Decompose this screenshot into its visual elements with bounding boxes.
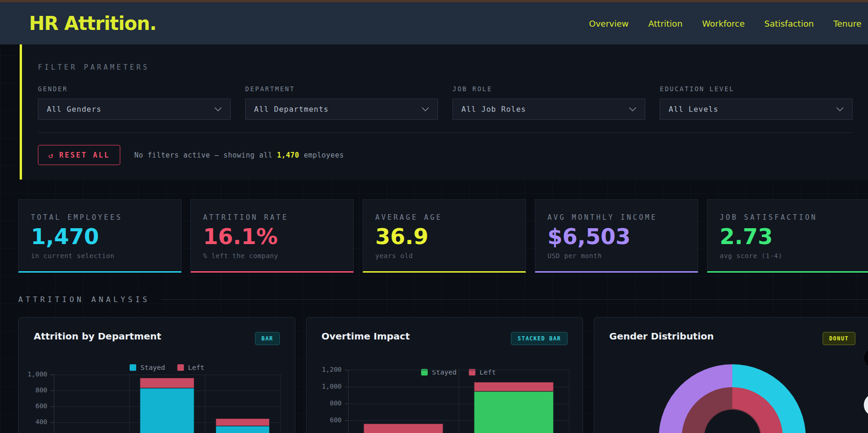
job-role-select[interactable]: All Job Roles [452, 99, 645, 120]
filter-panel-title: FILTER PARAMETERS [38, 63, 853, 72]
kpi-label: TOTAL EMPLOYEES [31, 213, 169, 222]
y-axis-tick-label: 600 [306, 416, 342, 424]
hr-attrition-dashboard: HR Attrition. Overview Attrition Workfor… [0, 0, 868, 433]
reset-all-button[interactable]: ↺ RESET ALL [38, 145, 120, 165]
chart-type-badge: STACKED BAR [511, 332, 568, 345]
gender-select-value: All Genders [47, 105, 102, 114]
y-axis-tick-label: 400 [19, 418, 47, 426]
filter-divider [38, 132, 853, 133]
kpi-card-attrition-rate: ATTRITION RATE 16.1% % left the company [190, 199, 354, 273]
nav-item-overview[interactable]: Overview [589, 19, 629, 29]
chart-type-badge: BAR [255, 332, 280, 345]
legend-label: Stayed [140, 364, 165, 371]
kpi-subtitle: % left the company [203, 252, 341, 260]
chart-title: Attrition by Department [34, 331, 161, 342]
filter-panel: FILTER PARAMETERS GENDER All Genders DEP… [20, 44, 868, 180]
legend-label: Left [188, 364, 204, 371]
department-select[interactable]: All Departments [245, 99, 438, 120]
y-axis-tick-label: 1,200 [306, 366, 342, 373]
legend-item: Left [177, 364, 204, 371]
legend-swatch [130, 364, 136, 371]
section-divider-line [161, 299, 868, 300]
filter-field-education: EDUCATION LEVEL All Levels [660, 85, 853, 120]
kpi-label: AVG MONTHLY INCOME [547, 213, 686, 222]
gender-select[interactable]: All Genders [38, 99, 231, 120]
chart-legend: StayedLeft [54, 364, 280, 371]
kpi-subtitle: years old [375, 252, 513, 260]
nav-item-tenure[interactable]: Tenure [833, 19, 861, 29]
employee-count: 1,470 [277, 151, 299, 159]
department-select-value: All Departments [254, 105, 329, 114]
filter-status-text: No filters active — showing all 1,470 em… [134, 151, 344, 159]
chevron-down-icon [836, 107, 844, 111]
charts-row: Attrition by Department BAR StayedLeft1,… [18, 317, 868, 433]
kpi-row: TOTAL EMPLOYEES 1,470 in current selecti… [18, 199, 868, 273]
kpi-label: ATTRITION RATE [203, 213, 341, 222]
kpi-subtitle: in current selection [31, 252, 169, 260]
education-level-select[interactable]: All Levels [660, 99, 853, 120]
reset-icon: ↺ [48, 151, 54, 160]
filter-field-job-role: JOB ROLE All Job Roles [452, 85, 645, 120]
job-role-label: JOB ROLE [452, 85, 645, 93]
y-axis-tick-label: 600 [19, 402, 47, 410]
kpi-value: 36.9 [375, 225, 513, 248]
kpi-value: 1,470 [31, 225, 169, 248]
y-axis-tick-label: 1,000 [19, 370, 47, 378]
nav-item-attrition[interactable]: Attrition [649, 19, 683, 29]
kpi-label: AVERAGE AGE [375, 213, 513, 222]
chart-gender-distribution: Gender Distribution DONUT [594, 317, 868, 433]
education-level-label: EDUCATION LEVEL [660, 85, 853, 93]
chart-title: Overtime Impact [321, 331, 410, 342]
kpi-subtitle: avg score (1-4) [720, 252, 858, 260]
filter-field-department: DEPARTMENT All Departments [245, 85, 438, 120]
filter-actions: ↺ RESET ALL No filters active — showing … [38, 145, 853, 165]
y-axis-tick-label: 800 [19, 386, 47, 394]
y-axis-tick-label: 800 [306, 399, 342, 407]
attrition-analysis-section-header: ATTRITION ANALYSIS [18, 295, 868, 304]
education-level-select-value: All Levels [669, 105, 718, 114]
chevron-down-icon [629, 107, 636, 111]
department-label: DEPARTMENT [245, 85, 438, 93]
nav-item-workforce[interactable]: Workforce [702, 19, 745, 29]
chart-type-badge: DONUT [823, 332, 855, 345]
reset-all-label: RESET ALL [59, 151, 109, 159]
kpi-value: 2.73 [720, 225, 858, 248]
chart-attrition-by-department: Attrition by Department BAR StayedLeft1,… [18, 317, 295, 433]
kpi-card-total-employees: TOTAL EMPLOYEES 1,470 in current selecti… [18, 199, 182, 273]
filter-fields: GENDER All Genders DEPARTMENT All Depart… [38, 85, 853, 120]
kpi-card-avg-monthly-income: AVG MONTHLY INCOME $6,503 USD per month [535, 199, 698, 273]
chevron-down-icon [214, 107, 222, 111]
legend-item: Stayed [130, 364, 165, 371]
legend-swatch [177, 364, 184, 371]
main-nav: Overview Attrition Workforce Satisfactio… [589, 19, 861, 29]
chevron-down-icon [422, 107, 429, 111]
kpi-card-job-satisfaction: JOB SATISFACTION 2.73 avg score (1-4) [707, 199, 868, 273]
filter-field-gender: GENDER All Genders [38, 85, 231, 120]
app-header: HR Attrition. Overview Attrition Workfor… [0, 2, 868, 44]
y-axis-tick-label: 1,000 [306, 382, 342, 390]
kpi-subtitle: USD per month [547, 252, 686, 260]
nav-item-satisfaction[interactable]: Satisfaction [764, 19, 814, 29]
kpi-value: $6,503 [547, 225, 686, 248]
kpi-value: 16.1% [203, 225, 341, 248]
kpi-label: JOB SATISFACTION [720, 213, 858, 222]
job-role-select-value: All Job Roles [461, 105, 526, 114]
kpi-card-average-age: AVERAGE AGE 36.9 years old [363, 199, 526, 273]
chart-overtime-impact: Overtime Impact STACKED BAR StayedLeft1,… [306, 317, 583, 433]
section-title: ATTRITION ANALYSIS [18, 295, 150, 304]
chart-title: Gender Distribution [609, 331, 714, 342]
app-logo: HR Attrition. [29, 13, 156, 34]
gender-label: GENDER [38, 85, 231, 93]
